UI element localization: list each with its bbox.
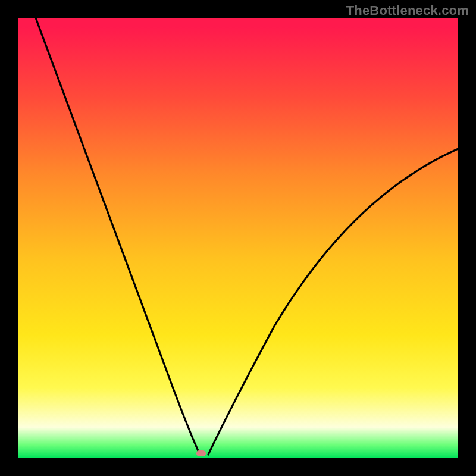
curve-right-branch — [208, 149, 458, 455]
attribution-label: TheBottleneck.com — [346, 3, 469, 18]
bottleneck-curve — [18, 18, 458, 458]
optimal-point-marker — [196, 450, 206, 456]
chart-frame: TheBottleneck.com — [0, 0, 476, 476]
curve-left-branch — [36, 18, 200, 455]
plot-area — [18, 18, 458, 458]
